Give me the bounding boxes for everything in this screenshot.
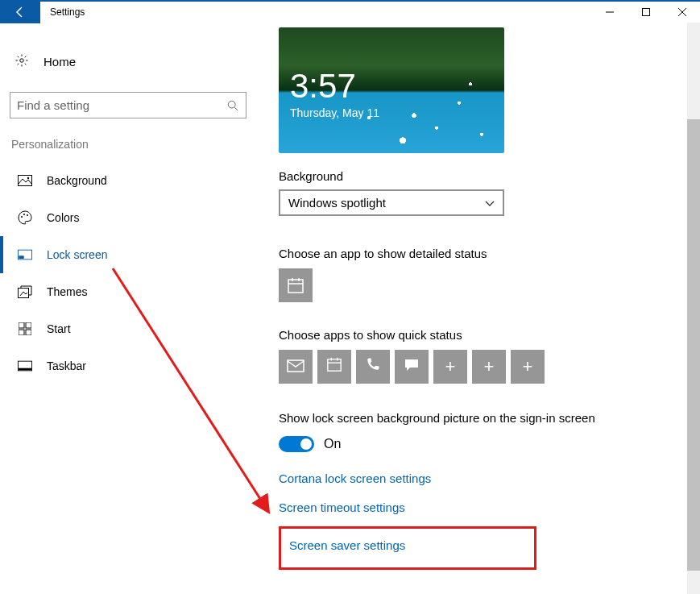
section-header: Personalization: [11, 138, 256, 151]
search-icon: [226, 99, 239, 112]
svg-rect-18: [26, 330, 31, 335]
quick-app-calendar[interactable]: [317, 350, 351, 384]
main-content: 3:57 Thursday, May 11 Background Windows…: [256, 23, 700, 594]
signin-toggle-row: On: [279, 436, 700, 452]
quick-app-mail[interactable]: [279, 350, 313, 384]
nav-label: Themes: [47, 285, 88, 298]
signin-toggle[interactable]: [279, 436, 314, 452]
svg-rect-7: [19, 176, 32, 186]
back-button[interactable]: [0, 1, 40, 23]
quick-app-messaging[interactable]: [395, 350, 429, 384]
nav-themes[interactable]: Themes: [0, 273, 256, 310]
window-controls: [591, 1, 700, 23]
quick-app-add-1[interactable]: +: [433, 350, 467, 384]
sidebar: Home Personalization Background Colors L…: [0, 23, 256, 594]
svg-point-10: [23, 214, 25, 215]
nav-start[interactable]: Start: [0, 310, 256, 347]
lock-screen-preview: 3:57 Thursday, May 11: [279, 27, 504, 153]
toggle-state-label: On: [324, 437, 341, 451]
home-nav[interactable]: Home: [0, 45, 256, 77]
search-input[interactable]: [17, 98, 226, 112]
lock-screen-icon: [18, 249, 32, 260]
titlebar: Settings: [0, 0, 700, 23]
detailed-status-app[interactable]: [279, 268, 313, 302]
quick-status-row: + + +: [279, 350, 700, 384]
svg-point-5: [228, 101, 235, 108]
phone-icon: [365, 356, 381, 377]
minimize-button[interactable]: [591, 1, 628, 23]
palette-icon: [18, 210, 32, 225]
calendar-icon: [326, 356, 342, 377]
vertical-scrollbar[interactable]: [687, 23, 700, 594]
chevron-down-icon: [485, 196, 495, 210]
svg-line-6: [234, 107, 238, 110]
svg-rect-16: [26, 322, 31, 328]
select-value: Windows spotlight: [288, 196, 386, 210]
taskbar-icon: [18, 360, 32, 372]
svg-point-11: [27, 214, 28, 216]
quick-app-add-2[interactable]: +: [472, 350, 506, 384]
svg-point-9: [21, 216, 23, 218]
nav-colors[interactable]: Colors: [0, 199, 256, 236]
svg-rect-25: [288, 360, 304, 372]
mail-icon: [287, 356, 304, 377]
arrow-left-icon: [14, 6, 27, 19]
scrollbar-thumb[interactable]: [687, 119, 700, 571]
signin-picture-label: Show lock screen background picture on t…: [279, 411, 700, 425]
svg-rect-13: [19, 256, 23, 259]
svg-rect-21: [288, 280, 303, 293]
chat-icon: [404, 356, 420, 377]
background-select[interactable]: Windows spotlight: [279, 189, 504, 216]
svg-point-8: [27, 177, 29, 179]
quick-status-label: Choose apps to show quick status: [279, 328, 700, 342]
start-icon: [18, 322, 32, 335]
detailed-status-label: Choose an app to show detailed status: [279, 247, 700, 260]
nav-label: Background: [47, 174, 107, 187]
window-title: Settings: [40, 6, 85, 18]
themes-icon: [18, 285, 32, 298]
picture-icon: [18, 175, 32, 186]
svg-rect-1: [642, 9, 649, 16]
quick-app-phone[interactable]: [356, 350, 390, 384]
nav-taskbar[interactable]: Taskbar: [0, 347, 256, 384]
svg-rect-15: [19, 322, 24, 328]
svg-point-4: [20, 58, 24, 62]
nav-label: Taskbar: [47, 359, 86, 372]
calendar-icon: [287, 276, 304, 294]
link-screen-timeout[interactable]: Screen timeout settings: [279, 501, 405, 514]
toggle-knob: [300, 438, 312, 450]
plus-icon: +: [445, 356, 456, 377]
plus-icon: +: [484, 356, 495, 377]
svg-rect-17: [19, 330, 24, 335]
search-input-wrap[interactable]: [10, 92, 246, 118]
gear-icon: [14, 53, 29, 70]
svg-rect-20: [19, 368, 31, 371]
preview-date: Thursday, May 11: [290, 106, 379, 119]
annotation-highlight-box: Screen saver settings: [279, 526, 536, 570]
preview-time: 3:57: [290, 69, 356, 103]
nav-label: Colors: [47, 211, 79, 224]
maximize-button[interactable]: [628, 1, 664, 23]
nav-background[interactable]: Background: [0, 162, 256, 199]
nav-label: Lock screen: [47, 248, 107, 261]
plus-icon: +: [523, 356, 533, 377]
nav-lock-screen[interactable]: Lock screen: [0, 236, 256, 273]
close-button[interactable]: [664, 1, 700, 23]
background-label: Background: [279, 169, 700, 183]
link-cortana-settings[interactable]: Cortana lock screen settings: [279, 471, 431, 485]
link-screen-saver[interactable]: Screen saver settings: [289, 538, 405, 552]
home-label: Home: [43, 55, 76, 69]
svg-rect-26: [328, 359, 341, 372]
quick-app-add-3[interactable]: +: [511, 350, 545, 384]
nav-label: Start: [47, 322, 71, 335]
